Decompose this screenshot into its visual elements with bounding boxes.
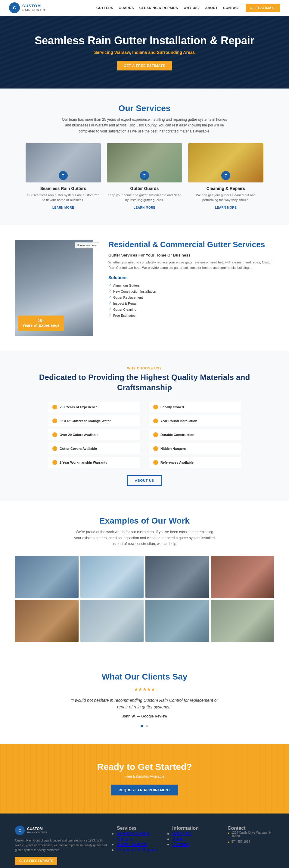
footer-estimate-button[interactable]: Get a Free Estimate [15, 857, 57, 865]
guards-desc: Keep your home and gutter system safe an… [107, 193, 182, 203]
guards-title: Gutter Guards [107, 186, 182, 191]
residential-section: 5 Year Warranty 25+ Years of Experience … [0, 225, 289, 351]
footer-info-title: Information [172, 826, 219, 831]
footer-link[interactable]: Seamless Rain Gutters [117, 831, 149, 841]
solution-item: ✓Free Estimates [108, 312, 274, 318]
feature-item: Over 20 Colors Available [48, 429, 140, 440]
about-us-button[interactable]: About Us [127, 475, 162, 486]
footer-services: Services Seamless Rain Gutters Gutter Gu… [117, 826, 163, 865]
footer-link[interactable]: About [172, 836, 185, 841]
hero-section: Seamless Rain Gutter Installation & Repa… [0, 16, 289, 89]
cleaning-learn-more[interactable]: Learn More [215, 206, 236, 209]
footer-phone: ● 574-457-1993 [228, 840, 274, 844]
service-card-cleaning: ☂ Cleaning & Repairs We can get your gut… [188, 143, 263, 210]
list-item: Gutter Guards [117, 842, 163, 847]
feature-item: Hidden Hangers [149, 443, 241, 454]
nav-why-us[interactable]: Why Us? [183, 6, 200, 10]
feature-item: 2 Year Workmanship Warranty [48, 457, 140, 468]
footer-link[interactable]: Why Us? [172, 831, 192, 836]
cta-section: Ready to Get Started? Free Estimates Ava… [0, 744, 289, 813]
why-choose-section: Why Choose Us? Dedicated to Providing th… [0, 351, 289, 501]
footer-address: ● 1234 Castle Drive Warsaw, IN 46580 [228, 831, 274, 838]
hero-cta-button[interactable]: Get a Free Estimate [117, 61, 172, 70]
gallery-item [15, 556, 78, 598]
testimonial-dots [18, 723, 271, 728]
feature-dot [153, 405, 158, 409]
check-icon: ✓ [108, 283, 111, 287]
feature-item: 5'' & 6'' Gutters to Manage Water [48, 415, 140, 426]
experience-years: 25+ [38, 318, 44, 323]
nav-cleaning[interactable]: Cleaning & Repairs [139, 6, 178, 10]
warranty-badge: 5 Year Warranty [75, 242, 99, 248]
header-estimate-button[interactable]: Get Estimate [246, 4, 280, 12]
check-icon: ✓ [108, 307, 111, 312]
residential-description: Whether you need to completely replace y… [108, 260, 274, 270]
experience-badge: 25+ Years of Experience [18, 315, 64, 331]
solution-item: ✓Gutter Replacement [108, 294, 274, 301]
service-img-guards: ☂ [107, 143, 182, 182]
testimonial-title: What Our Clients Say [18, 672, 271, 682]
main-nav: Gutters Guards Cleaning & Repairs Why Us… [96, 4, 280, 12]
feature-item: Durable Construction [149, 429, 241, 440]
gallery-item [146, 556, 209, 598]
gutters-learn-more[interactable]: Learn More [53, 206, 74, 209]
footer-link[interactable]: Contact [172, 842, 189, 847]
service-card-guards: ☂ Gutter Guards Keep your home and gutte… [107, 143, 182, 210]
nav-about[interactable]: About [205, 6, 218, 10]
service-card-gutters: ☂ Seamless Rain Gutters Our seamless rai… [26, 143, 101, 210]
examples-title: Examples of Our Work [15, 516, 274, 526]
solution-item: ✓New Construction Installation [108, 288, 274, 294]
feature-dot [153, 418, 158, 423]
hero-subtitle: Servicing Warsaw, Indiana and Surroundin… [35, 50, 254, 55]
testimonial-section: What Our Clients Say ★★★★★ "I would not … [0, 657, 289, 744]
nav-guards[interactable]: Guards [119, 6, 134, 10]
footer-services-title: Services [117, 826, 163, 831]
residential-content: Residential & Commercial Gutter Services… [108, 240, 274, 318]
cleaning-title: Cleaning & Repairs [188, 186, 263, 191]
footer-services-list: Seamless Rain Gutters Gutter Guards Clea… [117, 831, 163, 852]
feature-dot [53, 418, 57, 423]
feature-dot [53, 432, 57, 437]
hero-content: Seamless Rain Gutter Installation & Repa… [35, 34, 254, 70]
footer-link[interactable]: Gutter Guards [117, 842, 147, 847]
guards-learn-more[interactable]: Learn More [134, 206, 155, 209]
cleaning-icon: ☂ [221, 171, 230, 180]
feature-dot [153, 446, 158, 451]
list-item: Contact [172, 842, 219, 847]
services-title: Our Services [18, 103, 271, 113]
nav-gutters[interactable]: Gutters [96, 6, 113, 10]
why-title: Dedicated to Providing the Highest Quali… [18, 372, 271, 393]
check-icon: ✓ [108, 289, 111, 293]
footer-logo-text: CUSTOM RAIN CONTROL [27, 827, 47, 834]
logo-bottom: RAIN CONTROL [22, 8, 49, 12]
feature-dot [53, 405, 57, 409]
hero-title: Seamless Rain Gutter Installation & Repa… [35, 34, 254, 47]
testimonial-author: John W. — Google Review [18, 714, 271, 718]
experience-label: Years of Experience [22, 323, 60, 328]
footer-contact: Contact ● 1234 Castle Drive Warsaw, IN 4… [228, 826, 274, 865]
examples-description: We're proud of the work we do for our cu… [72, 529, 217, 547]
dot-2[interactable] [146, 725, 149, 727]
gutters-icon: ☂ [59, 171, 68, 180]
dot-1[interactable] [140, 725, 143, 727]
footer-info-list: Why Us? About Contact [172, 831, 219, 847]
footer-grid: C CUSTOM RAIN CONTROL Custom Rain Contro… [15, 826, 274, 865]
feature-item: Gutter Covers Available [48, 443, 140, 454]
check-icon: ✓ [108, 296, 111, 300]
services-grid: ☂ Seamless Rain Gutters Our seamless rai… [18, 143, 271, 210]
solutions-title: Solutions [108, 275, 274, 280]
solution-item: ✓Gutter Cleaning [108, 307, 274, 312]
phone-icon: ● [228, 840, 230, 844]
footer-logo-icon: C [15, 826, 25, 835]
cta-appointment-button[interactable]: Request an Appointment [111, 784, 178, 796]
nav-contact[interactable]: Contact [223, 6, 240, 10]
footer-link[interactable]: Cleaning & Repairs [117, 847, 158, 852]
footer-contact-title: Contact [228, 826, 274, 831]
feature-dot [153, 432, 158, 437]
logo-text: CUSTOM RAIN CONTROL [22, 4, 49, 11]
guards-icon: ☂ [140, 171, 149, 180]
residential-subtitle: Gutter Services For Your Home Or Busines… [108, 253, 274, 257]
gallery-item [81, 556, 144, 598]
solution-item: ✓Inspect & Repair [108, 301, 274, 307]
gutters-desc: Our seamless rain gutter systems are cus… [26, 193, 101, 203]
